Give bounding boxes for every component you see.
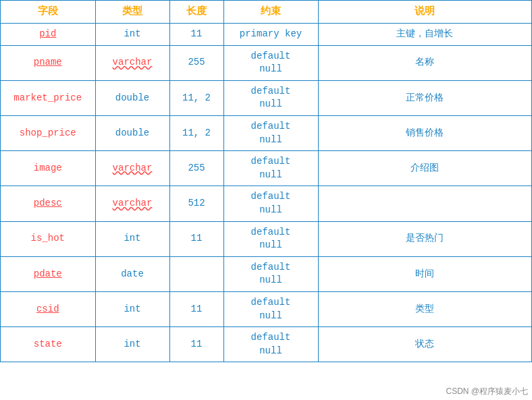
field-description: 状态 — [318, 327, 532, 362]
header-cell: 字段 — [1, 1, 95, 24]
header-cell: 说明 — [318, 1, 532, 24]
field-type: varchar — [95, 186, 169, 221]
table-row: pnamevarchar255default null名称 — [1, 45, 532, 80]
table-row: pdatedatedefault null时间 — [1, 256, 532, 291]
database-table: 字段类型长度约束说明 pidint11primary key主键，自增长pnam… — [0, 0, 532, 362]
field-name: pid — [1, 24, 95, 46]
header-row: 字段类型长度约束说明 — [1, 1, 532, 24]
field-type: double — [95, 80, 169, 115]
field-description: 主键，自增长 — [318, 24, 532, 46]
field-description — [318, 186, 532, 221]
field-description: 正常价格 — [318, 80, 532, 115]
field-length — [169, 256, 223, 291]
field-description: 时间 — [318, 256, 532, 291]
field-name: image — [1, 151, 95, 186]
field-name: pdesc — [1, 186, 95, 221]
table-row: stateint11default null状态 — [1, 327, 532, 362]
field-name: is_hot — [1, 221, 95, 256]
field-description: 销售价格 — [318, 115, 532, 150]
field-name: state — [1, 327, 95, 362]
field-name: market_price — [1, 80, 95, 115]
field-constraint: primary key — [223, 24, 318, 46]
table-row: market_pricedouble11, 2default null正常价格 — [1, 80, 532, 115]
field-length: 512 — [169, 186, 223, 221]
field-length: 11 — [169, 291, 223, 326]
field-description: 名称 — [318, 45, 532, 80]
field-length: 255 — [169, 151, 223, 186]
field-constraint: default null — [223, 151, 318, 186]
field-name: csid — [1, 291, 95, 326]
header-cell: 约束 — [223, 1, 318, 24]
field-description: 是否热门 — [318, 221, 532, 256]
field-type: double — [95, 115, 169, 150]
field-description: 介绍图 — [318, 151, 532, 186]
field-constraint: default null — [223, 221, 318, 256]
field-length: 11 — [169, 327, 223, 362]
field-length: 11 — [169, 24, 223, 46]
field-constraint: default null — [223, 186, 318, 221]
table-row: is_hotint11default null是否热门 — [1, 221, 532, 256]
field-constraint: default null — [223, 45, 318, 80]
field-constraint: default null — [223, 291, 318, 326]
field-type: varchar — [95, 45, 169, 80]
field-constraint: default null — [223, 80, 318, 115]
header-cell: 类型 — [95, 1, 169, 24]
field-type: int — [95, 327, 169, 362]
field-length: 11, 2 — [169, 80, 223, 115]
field-constraint: default null — [223, 115, 318, 150]
field-length: 255 — [169, 45, 223, 80]
field-type: int — [95, 24, 169, 46]
field-name: shop_price — [1, 115, 95, 150]
field-constraint: default null — [223, 256, 318, 291]
field-type: int — [95, 221, 169, 256]
field-name: pdate — [1, 256, 95, 291]
header-cell: 长度 — [169, 1, 223, 24]
field-description: 类型 — [318, 291, 532, 326]
field-length: 11, 2 — [169, 115, 223, 150]
table-row: shop_pricedouble11, 2default null销售价格 — [1, 115, 532, 150]
watermark: CSDN @程序猿麦小七 — [446, 386, 528, 397]
field-type: date — [95, 256, 169, 291]
table-row: pdescvarchar512default null — [1, 186, 532, 221]
field-name: pname — [1, 45, 95, 80]
field-type: int — [95, 291, 169, 326]
field-constraint: default null — [223, 327, 318, 362]
table-row: imagevarchar255default null介绍图 — [1, 151, 532, 186]
field-length: 11 — [169, 221, 223, 256]
table-row: csidint11default null类型 — [1, 291, 532, 326]
field-type: varchar — [95, 151, 169, 186]
table-row: pidint11primary key主键，自增长 — [1, 24, 532, 46]
